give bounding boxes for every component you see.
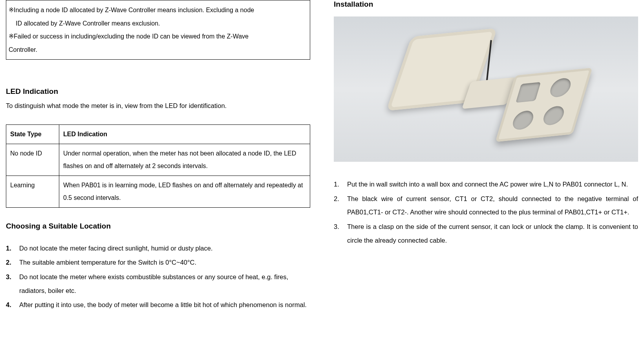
list-item: After putting it into use, the body of m… [6, 298, 310, 312]
location-heading: Choosing a Suitable Location [6, 222, 310, 230]
led-row-state: Learning [6, 176, 59, 207]
list-item: Put the in wall switch into a wall box a… [334, 177, 638, 191]
led-row-indication: When PAB01 is in learning mode, LED flas… [59, 176, 310, 207]
led-table: State Type LED Indication No node ID Und… [6, 124, 310, 208]
led-indication-heading: LED Indication [6, 87, 310, 96]
installation-list: Put the in wall switch into a wall box a… [334, 177, 638, 247]
led-table-head-indication: LED Indication [59, 124, 310, 144]
led-intro-text: To distinguish what mode the meter is in… [6, 101, 310, 111]
note-line-1b: ID allocated by Z-Wave Controller means … [9, 17, 307, 30]
location-list: Do not locate the meter facing direct su… [6, 241, 310, 312]
note-box: ※Including a node ID allocated by Z-Wave… [6, 0, 310, 60]
table-row: No node ID Under normal operation, when … [6, 144, 310, 176]
led-row-state: No node ID [6, 144, 59, 176]
list-item: Do not locate the meter facing direct su… [6, 241, 310, 255]
led-table-head-state: State Type [6, 124, 59, 144]
list-item: The black wire of current sensor, CT1 or… [334, 192, 638, 219]
note-line-1a: ※Including a node ID allocated by Z-Wave… [9, 4, 307, 17]
list-item: There is a clasp on the side of the curr… [334, 220, 638, 247]
list-item: The suitable ambient temperature for the… [6, 256, 310, 269]
table-row: Learning When PAB01 is in learning mode,… [6, 176, 310, 207]
led-row-indication: Under normal operation, when the meter h… [59, 144, 310, 176]
note-line-2b: Controller. [9, 43, 307, 57]
list-item: Do not locate the meter where exists com… [6, 270, 310, 297]
note-line-2a: ※Failed or success in including/excludin… [9, 30, 307, 43]
installation-product-image [334, 16, 638, 162]
installation-heading: Installation [334, 0, 638, 9]
